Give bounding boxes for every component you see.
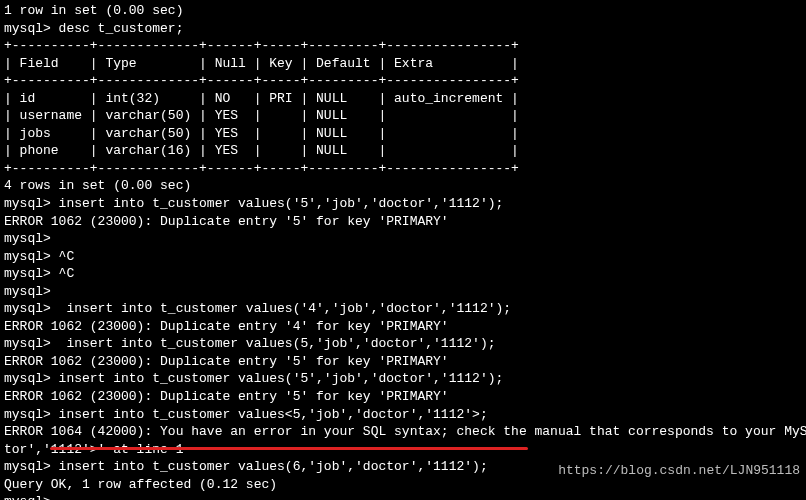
- terminal-line: mysql> ^C: [4, 265, 802, 283]
- error-line: ERROR 1062 (23000): Duplicate entry '5' …: [4, 213, 802, 231]
- table-header: | Field | Type | Null | Key | Default | …: [4, 55, 802, 73]
- annotation-underline: [50, 447, 528, 450]
- error-line: ERROR 1062 (23000): Duplicate entry '5' …: [4, 388, 802, 406]
- table-row: | jobs | varchar(50) | YES | | NULL | |: [4, 125, 802, 143]
- error-line: ERROR 1064 (42000): You have an error in…: [4, 423, 802, 441]
- terminal-line: 4 rows in set (0.00 sec): [4, 177, 802, 195]
- terminal-line: mysql> insert into t_customer values('5'…: [4, 370, 802, 388]
- table-row: | phone | varchar(16) | YES | | NULL | |: [4, 142, 802, 160]
- error-line: ERROR 1062 (23000): Duplicate entry '4' …: [4, 318, 802, 336]
- prompt-line[interactable]: mysql>: [4, 493, 802, 500]
- terminal-line: mysql> insert into t_customer values(5,'…: [4, 335, 802, 353]
- table-border: +----------+-------------+------+-----+-…: [4, 72, 802, 90]
- prompt-text: mysql>: [4, 494, 59, 500]
- table-row: | username | varchar(50) | YES | | NULL …: [4, 107, 802, 125]
- table-row: | id | int(32) | NO | PRI | NULL | auto_…: [4, 90, 802, 108]
- terminal-line: 1 row in set (0.00 sec): [4, 2, 802, 20]
- terminal-line: mysql> insert into t_customer values<5,'…: [4, 406, 802, 424]
- terminal-line: mysql> ^C: [4, 248, 802, 266]
- terminal-line: mysql> insert into t_customer values('5'…: [4, 195, 802, 213]
- terminal-line: mysql> desc t_customer;: [4, 20, 802, 38]
- table-border: +----------+-------------+------+-----+-…: [4, 37, 802, 55]
- table-border: +----------+-------------+------+-----+-…: [4, 160, 802, 178]
- terminal-line: mysql> insert into t_customer values('4'…: [4, 300, 802, 318]
- terminal-line: mysql>: [4, 230, 802, 248]
- error-line: ERROR 1062 (23000): Duplicate entry '5' …: [4, 353, 802, 371]
- watermark-text: https://blog.csdn.net/LJN951118: [558, 462, 800, 480]
- terminal-line: mysql>: [4, 283, 802, 301]
